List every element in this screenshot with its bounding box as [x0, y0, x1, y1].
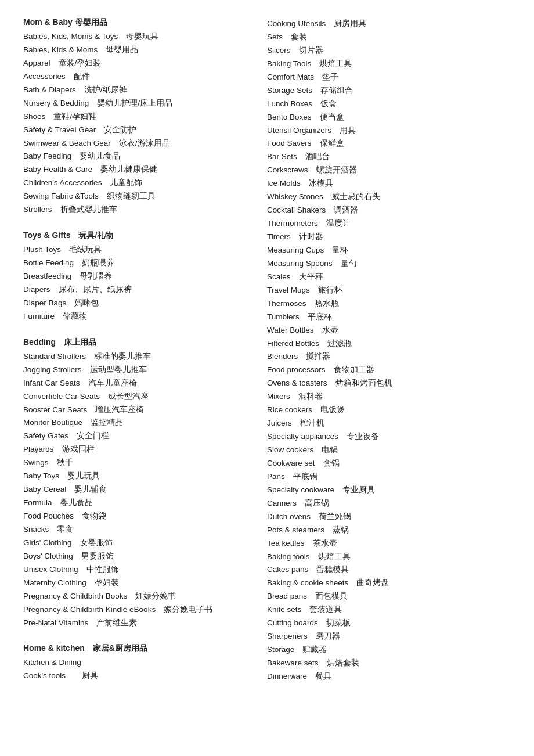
list-item: Blenders 搅拌器: [267, 350, 511, 363]
right-column: Cooking Utensils 厨房用具Sets 套装Slicers 切片器B…: [267, 17, 511, 697]
list-item: Diapers 尿布、尿片、纸尿裤: [23, 283, 267, 297]
list-item: Baby Health & Care 婴幼儿健康保健: [23, 163, 267, 177]
list-item: Shoes 童鞋/孕妇鞋: [23, 110, 267, 124]
list-item: Cutting boards 切菜板: [267, 617, 511, 630]
section-header: Toys & Gifts 玩具/礼物: [23, 231, 267, 241]
list-item: Measuring Cups 量杯: [267, 244, 511, 257]
list-item: Baking & cookie sheets 曲奇烤盘: [267, 577, 511, 590]
list-item: Thermometers 温度计: [267, 217, 511, 231]
list-item: Infant Car Seats 汽车儿童座椅: [23, 377, 267, 390]
list-item: Bottle Feeding 奶瓶喂养: [23, 257, 267, 270]
list-item: Bento Boxes 便当盒: [267, 111, 511, 124]
section-header: Home & kitchen 家居&厨房用品: [23, 643, 267, 654]
list-item: Boys' Clothing 男婴服饰: [23, 550, 267, 563]
list-item: Booster Car Seats 增压汽车座椅: [23, 404, 267, 417]
list-item: Measuring Spoons 量勺: [267, 257, 511, 271]
list-item: Baby Cereal 婴儿辅食: [23, 483, 267, 496]
left-column: Mom & Baby 母婴用品Babies, Kids, Moms & Toys…: [23, 17, 267, 697]
list-item: Diaper Bags 妈咪包: [23, 297, 267, 310]
list-item: Knife sets 套装道具: [267, 603, 511, 617]
list-item: Baby Toys 婴儿玩具: [23, 470, 267, 483]
list-item: Tumblers 平底杯: [267, 311, 511, 324]
list-item: Canners 高压锅: [267, 497, 511, 510]
list-item: Safety Gates 安全门栏: [23, 430, 267, 443]
list-item: Food Savers 保鲜盒: [267, 137, 511, 150]
list-item: Babies, Kids & Moms 母婴用品: [23, 44, 267, 57]
list-item: Bath & Diapers 洗护/纸尿裤: [23, 84, 267, 97]
list-item: Cocktail Shakers 调酒器: [267, 204, 511, 217]
list-item: Cook's tools 厨具: [23, 669, 267, 683]
list-item: Baking Tools 烘焙工具: [267, 57, 511, 71]
list-item: Timers 计时器: [267, 231, 511, 244]
list-item: Filtered Bottles 过滤瓶: [267, 337, 511, 351]
list-item: Pre-Natal Vitamins 产前维生素: [23, 617, 267, 630]
list-item: Dutch ovens 荷兰炖锅: [267, 510, 511, 524]
list-item: Storage Sets 存储组合: [267, 84, 511, 98]
list-item: Slow cookers 电锅: [267, 444, 511, 457]
list-item: Swimwear & Beach Gear 泳衣/游泳用品: [23, 137, 267, 150]
list-item: Bar Sets 酒吧台: [267, 150, 511, 164]
list-item: Cookware set 套锅: [267, 457, 511, 470]
section-header: Mom & Baby 母婴用品: [23, 17, 267, 28]
list-item: Breastfeeding 母乳喂养: [23, 270, 267, 283]
list-item: Food Pouches 食物袋: [23, 510, 267, 523]
list-item: Children's Accessories 儿童配饰: [23, 177, 267, 190]
list-item: Slicers 切片器: [267, 44, 511, 57]
list-item: Pots & steamers 蒸锅: [267, 524, 511, 537]
list-item: Specialty appliances 专业设备: [267, 430, 511, 444]
list-item: Standard Strollers 标准的婴儿推车: [23, 350, 267, 363]
list-item: Rice cookers 电饭煲: [267, 404, 511, 417]
main-layout: Mom & Baby 母婴用品Babies, Kids, Moms & Toys…: [23, 17, 511, 697]
list-item: Nursery & Bedding 婴幼儿护理/床上用品: [23, 97, 267, 110]
list-item: Corkscrews 螺旋开酒器: [267, 164, 511, 177]
list-item: Girls' Clothing 女婴服饰: [23, 537, 267, 550]
list-item: Baking tools 烘焙工具: [267, 550, 511, 564]
list-item: Whiskey Stones 威士忌的石头: [267, 190, 511, 204]
list-item: Scales 天平秤: [267, 271, 511, 284]
section: Mom & Baby 母婴用品Babies, Kids, Moms & Toys…: [23, 17, 267, 217]
list-item: Formula 婴儿食品: [23, 496, 267, 510]
list-item: Storage 贮藏器: [267, 643, 511, 657]
list-item: Pregnancy & Childbirth Books 妊娠分娩书: [23, 590, 267, 603]
list-item: Comfort Mats 垫子: [267, 71, 511, 84]
list-item: Cakes pans 蛋糕模具: [267, 563, 511, 577]
list-item: Sharpeners 磨刀器: [267, 630, 511, 643]
section-header: Bedding 床上用品: [23, 337, 267, 348]
list-item: Swings 秋千: [23, 456, 267, 470]
list-item: Maternity Clothing 孕妇装: [23, 577, 267, 590]
list-item: Pregnancy & Childbirth Kindle eBooks 娠分娩…: [23, 603, 267, 617]
list-item: Jogging Strollers 运动型婴儿推车: [23, 363, 267, 377]
list-item: Sewing Fabric &Tools 织物缝纫工具: [23, 190, 267, 203]
list-item: Snacks 零食: [23, 523, 267, 537]
list-item: Utensil Organizers 用具: [267, 124, 511, 138]
list-item: Sets 套装: [267, 31, 511, 44]
list-item: Cooking Utensils 厨房用具: [267, 17, 511, 31]
list-item: Tea kettles 茶水壶: [267, 537, 511, 550]
list-item: Ice Molds 冰模具: [267, 177, 511, 190]
list-item: Safety & Travel Gear 安全防护: [23, 124, 267, 137]
list-item: Mixers 混料器: [267, 390, 511, 404]
list-item: Furniture 储藏物: [23, 310, 267, 323]
list-item: Bakeware sets 烘焙套装: [267, 657, 511, 670]
list-item: Water Bottles 水壶: [267, 324, 511, 337]
list-item: Lunch Boxes 饭盒: [267, 98, 511, 111]
list-item: Juicers 榨汁机: [267, 417, 511, 430]
list-item: Food processors 食物加工器: [267, 363, 511, 377]
list-item: Strollers 折叠式婴儿推车: [23, 203, 267, 217]
list-item: Monitor Boutique 监控精品: [23, 416, 267, 430]
section: Toys & Gifts 玩具/礼物Plush Toys 毛绒玩具Bottle …: [23, 231, 267, 323]
list-item: Convertible Car Seats 成长型汽座: [23, 390, 267, 404]
list-item: Bread pans 面包模具: [267, 590, 511, 603]
list-item: Dinnerware 餐具: [267, 670, 511, 683]
list-item: Ovens & toasters 烤箱和烤面包机: [267, 377, 511, 390]
list-item: Babies, Kids, Moms & Toys 母婴玩具: [23, 30, 267, 44]
section: Cooking Utensils 厨房用具Sets 套装Slicers 切片器B…: [267, 17, 511, 683]
list-item: Unisex Clothing 中性服饰: [23, 563, 267, 577]
list-item: Pans 平底锅: [267, 470, 511, 484]
list-item: Thermoses 热水瓶: [267, 297, 511, 311]
list-item: Apparel 童装/孕妇装: [23, 57, 267, 70]
list-item: Kitchen & Dining: [23, 656, 267, 669]
list-item: Travel Mugs 旅行杯: [267, 284, 511, 297]
section: Bedding 床上用品Standard Strollers 标准的婴儿推车Jo…: [23, 337, 267, 630]
list-item: Playards 游戏围栏: [23, 443, 267, 456]
